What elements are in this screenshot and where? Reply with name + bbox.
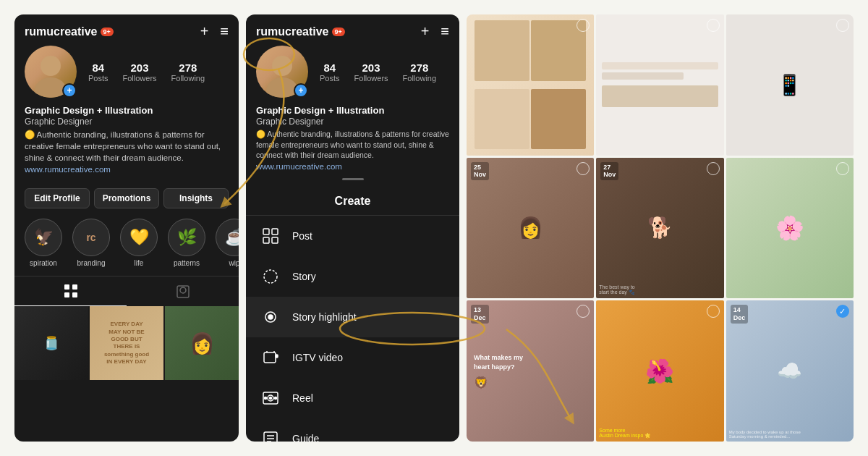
right-select-2[interactable]	[707, 19, 720, 32]
middle-following-label: Following	[403, 74, 436, 83]
right-grid-cell-6[interactable]: 🌸	[726, 158, 854, 299]
right-date-5: 27Nov	[600, 162, 618, 181]
highlight-spiration[interactable]: 🦅 spiration	[25, 219, 62, 267]
create-guide-item[interactable]: Guide	[246, 418, 459, 442]
story-label: Story	[292, 271, 316, 282]
middle-stats-row: 84 Posts 203 Followers 278 Following	[320, 62, 449, 83]
right-grid-cell-4[interactable]: 👩 25Nov	[467, 158, 594, 299]
add-photo-badge[interactable]: +	[62, 83, 77, 98]
post-icon	[260, 226, 281, 246]
svg-point-25	[275, 397, 277, 400]
create-story-item[interactable]: Story	[246, 256, 459, 297]
right-select-8[interactable]	[707, 305, 720, 318]
right-grid-cell-9[interactable]: ☁️ 14Dec ✓ My body decided to wake up at…	[726, 300, 854, 442]
highlight-label-patterns: patterns	[174, 259, 200, 267]
svg-point-23	[270, 397, 272, 400]
stats-row: 84 Posts 203 Followers 278 Following	[88, 62, 229, 83]
following-count: 278	[179, 62, 197, 74]
middle-notification-badge: 9+	[332, 28, 345, 36]
middle-posts-count: 84	[323, 62, 336, 74]
highlights-row: 🦅 spiration rc branding 💛 life 🌿 pattern…	[14, 216, 239, 276]
action-buttons: Edit Profile Promotions Insights	[25, 188, 229, 208]
middle-bio-link[interactable]: www.rumucreative.com	[256, 162, 449, 171]
right-select-3[interactable]	[836, 19, 849, 32]
following-stat: 278 Following	[171, 62, 205, 83]
create-title: Create	[246, 195, 459, 216]
right-date-7: 13Dec	[471, 305, 489, 324]
menu-icon[interactable]: ≡	[220, 23, 229, 40]
highlight-circle-branding: rc	[72, 219, 110, 256]
create-igtv-item[interactable]: IGTV video	[246, 337, 459, 378]
right-grid-cell-8[interactable]: 🌺 Some moreAustin Dream inspo 🌟	[596, 300, 723, 442]
middle-add-icon[interactable]: +	[421, 23, 430, 40]
tab-tagged[interactable]	[127, 276, 239, 306]
right-select-4[interactable]	[576, 162, 590, 175]
create-reel-item[interactable]: Reel	[246, 378, 459, 418]
followers-stat: 203 Followers	[123, 62, 157, 83]
edit-profile-button[interactable]: Edit Profile	[25, 188, 90, 208]
right-date-9: 14Dec	[731, 305, 749, 324]
highlight-wip[interactable]: ☕ wip	[216, 219, 239, 267]
bio-name: Graphic Design + Illustration	[25, 105, 229, 116]
add-icon[interactable]: +	[200, 23, 209, 40]
middle-profile-row: + 84 Posts 203 Followers 278 Following	[256, 46, 449, 98]
scroll-indicator	[342, 178, 364, 180]
right-label-8: Some moreAustin Dream inspo 🌟	[599, 428, 651, 439]
svg-rect-10	[263, 229, 269, 235]
grid-cell-3[interactable]: 👩	[165, 306, 239, 380]
highlight-life[interactable]: 💛 life	[120, 219, 158, 267]
middle-menu-icon[interactable]: ≡	[441, 23, 449, 40]
svg-rect-2	[64, 284, 69, 290]
highlight-label-life: life	[135, 259, 144, 267]
right-grid-cell-5[interactable]: 🐕 27Nov The best way tostart the day 🐾	[596, 158, 723, 299]
create-story-highlight-item[interactable]: Story highlight	[246, 297, 459, 337]
bio-link[interactable]: www.rumucreative.com	[25, 165, 229, 174]
tab-grid[interactable]	[14, 276, 127, 306]
middle-followers-stat: 203 Followers	[354, 62, 388, 83]
username-text: rumucreative	[25, 25, 98, 38]
svg-point-8	[272, 56, 292, 76]
right-photo-grid: 📱 👩 25Nov 🐕 27Nov The best way tostart t…	[467, 14, 854, 442]
right-label-9: My body decided to wake up at thoseSatur…	[729, 430, 801, 439]
right-grid-cell-1[interactable]	[467, 14, 594, 156]
middle-posts-label: Posts	[320, 74, 340, 83]
svg-point-16	[268, 315, 273, 319]
middle-bio-title: Graphic Designer	[256, 117, 449, 127]
highlight-branding[interactable]: rc branding	[72, 219, 110, 267]
grid-cell-2[interactable]: EVERY DAYMAY NOT BEGOOD BUTTHERE ISsomet…	[90, 306, 163, 380]
bio-title: Graphic Designer	[25, 117, 229, 127]
posts-label: Posts	[88, 74, 109, 83]
promotions-button[interactable]: Promotions	[94, 188, 159, 208]
svg-rect-11	[272, 229, 278, 235]
create-post-item[interactable]: Post	[246, 216, 459, 256]
middle-profile-section: + 84 Posts 203 Followers 278 Following	[246, 46, 459, 178]
right-label-5: The best way tostart the day 🐾	[599, 284, 634, 295]
profile-section: + 84 Posts 203 Followers 278 Following	[14, 46, 239, 181]
highlight-label-wip: wip	[229, 259, 239, 267]
middle-posts-stat: 84 Posts	[320, 62, 340, 83]
posts-stat: 84 Posts	[88, 62, 109, 83]
tab-row	[14, 276, 239, 306]
insights-button[interactable]: Insights	[163, 188, 229, 208]
avatar: +	[25, 46, 77, 98]
svg-point-0	[41, 56, 61, 76]
reel-icon	[260, 388, 281, 408]
highlight-circle-life: 💛	[120, 219, 158, 256]
right-select-5[interactable]	[707, 162, 720, 175]
middle-followers-count: 203	[362, 62, 380, 74]
highlight-patterns[interactable]: 🌿 patterns	[168, 219, 205, 267]
reel-label: Reel	[292, 392, 313, 404]
right-grid-cell-3[interactable]: 📱	[726, 14, 854, 156]
right-select-6[interactable]	[836, 162, 849, 175]
left-header: rumucreative 9+ + ≡	[14, 14, 239, 46]
middle-add-badge[interactable]: +	[294, 83, 308, 98]
right-date-4: 25Nov	[471, 162, 489, 181]
middle-bio-text: 🟡 Authentic branding, illustrations & pa…	[256, 129, 449, 161]
followers-label: Followers	[123, 74, 157, 83]
left-username: rumucreative 9+	[25, 25, 114, 38]
right-grid-cell-7[interactable]: What makes myheart happy? 🦁 13Dec	[467, 300, 594, 442]
story-highlight-icon	[260, 307, 281, 327]
right-grid-cell-2[interactable]	[596, 14, 723, 156]
profile-row: + 84 Posts 203 Followers 278 Following	[25, 46, 229, 98]
grid-cell-1[interactable]: 🫙	[14, 306, 88, 380]
